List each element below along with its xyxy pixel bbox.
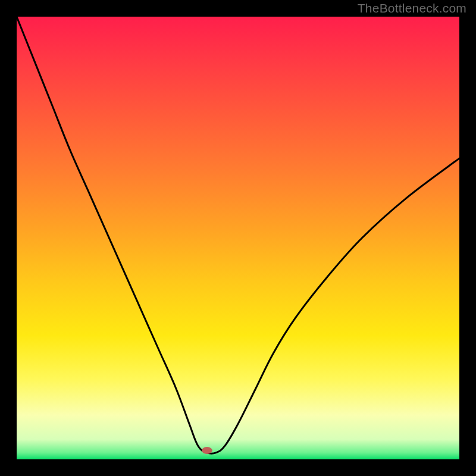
watermark-text: TheBottleneck.com (358, 1, 466, 15)
plot-area (17, 17, 459, 459)
chart-frame: TheBottleneck.com (0, 0, 476, 476)
chart-svg (17, 17, 459, 459)
gradient-background (17, 17, 459, 459)
optimum-marker (202, 447, 212, 454)
